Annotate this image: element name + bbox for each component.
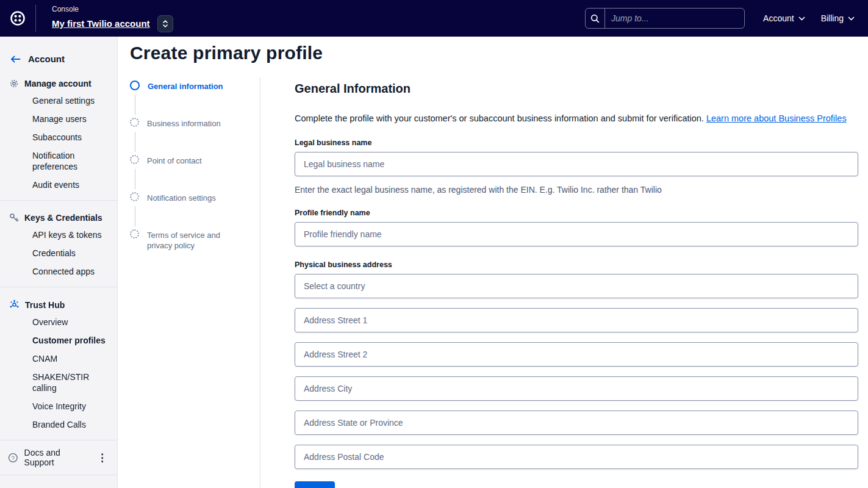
form-description-text: Complete the profile with your customer'…: [295, 113, 704, 123]
legal-business-name-label: Legal business name: [295, 138, 858, 147]
collapse-sidebar-icon[interactable]: «: [102, 485, 109, 488]
sidebar-section-manage-account[interactable]: Manage account: [0, 71, 117, 92]
sidebar-item-voice-integrity[interactable]: Voice Integrity: [0, 397, 117, 415]
step-circle: [130, 118, 139, 127]
profile-friendly-name-input[interactable]: [295, 222, 858, 246]
sidebar-item-manage-users[interactable]: Manage users: [0, 110, 117, 128]
sidebar-item-credentials[interactable]: Credentials: [0, 244, 117, 262]
step-notification-settings[interactable]: Notification settings: [130, 192, 260, 203]
main-content: Create primary profile General informati…: [118, 37, 868, 488]
docs-and-support-label: Docs and Support: [24, 448, 91, 467]
content-layout: General information Business information…: [130, 77, 868, 488]
navbar-divider: [35, 5, 36, 32]
stepper: General information Business information…: [130, 77, 260, 488]
step-circle: [130, 192, 139, 201]
learn-more-link[interactable]: Learn more about Business Profiles: [706, 113, 847, 123]
form-heading: General Information: [295, 82, 858, 96]
step-point-of-contact[interactable]: Point of contact: [130, 155, 260, 166]
search-input[interactable]: [605, 13, 744, 23]
sidebar-collapse-row: «: [0, 475, 117, 488]
sidebar-item-branded-calls[interactable]: Branded Calls: [0, 415, 117, 434]
address-city-input[interactable]: [295, 376, 858, 401]
search-button[interactable]: [586, 9, 605, 28]
sidebar-item-connected-apps[interactable]: Connected apps: [0, 262, 117, 281]
sidebar-section-label: Keys & Credentials: [24, 213, 102, 223]
billing-menu-label: Billing: [821, 13, 844, 23]
sidebar-item-audit-events[interactable]: Audit events: [0, 176, 117, 194]
account-switcher-button[interactable]: [157, 15, 173, 32]
address-postal-code-input[interactable]: [295, 445, 858, 469]
chevron-down-icon: [798, 16, 805, 21]
twilio-logo[interactable]: [0, 9, 35, 27]
step-circle-active: [130, 81, 140, 90]
account-switcher-icon: [162, 20, 168, 28]
account-menu[interactable]: Account: [763, 13, 805, 23]
sidebar-item-general-settings[interactable]: General settings: [0, 92, 117, 110]
physical-business-address-label: Physical business address: [295, 260, 858, 269]
account-row: My first Twilio account: [52, 15, 173, 32]
gear-icon: [9, 79, 19, 88]
docs-and-support-link[interactable]: ? Docs and Support: [8, 448, 91, 467]
sidebar-section-trust-hub[interactable]: Trust Hub: [0, 292, 117, 313]
search-icon: [590, 14, 600, 23]
sidebar-back-account[interactable]: Account: [0, 37, 117, 71]
trust-hub-icon: [9, 300, 20, 310]
step-circle: [130, 229, 139, 239]
navbar-right: Account Billing: [585, 8, 868, 29]
sidebar-section-label: Trust Hub: [25, 300, 65, 310]
console-label: Console: [52, 5, 173, 13]
step-connector: [135, 206, 135, 226]
legal-business-name-input[interactable]: [295, 152, 858, 176]
legal-business-name-helper: Enter the exact legal business name, as …: [295, 185, 858, 195]
country-select[interactable]: [295, 274, 858, 298]
kebab-icon[interactable]: ⋮: [97, 451, 107, 464]
step-label: Terms of service and privacy policy: [147, 229, 240, 251]
step-general-information[interactable]: General information: [130, 81, 260, 92]
navbar-left: Console My first Twilio account: [0, 0, 173, 37]
sidebar-item-notification-preferences[interactable]: Notification preferences: [0, 146, 117, 176]
address-state-input[interactable]: [295, 411, 858, 435]
sidebar-item-api-keys-tokens[interactable]: API keys & tokens: [0, 226, 117, 244]
search-box: [585, 8, 745, 29]
account-menu-label: Account: [763, 13, 794, 23]
sidebar-footer: ? Docs and Support ⋮ «: [0, 434, 117, 488]
step-connector: [135, 95, 135, 115]
sidebar-divider: [0, 200, 117, 201]
step-label: Point of contact: [147, 155, 202, 166]
sidebar-item-shaken-stir-calling[interactable]: SHAKEN/STIR calling: [0, 368, 117, 397]
question-circle-icon: ?: [8, 453, 18, 463]
page-title: Create primary profile: [130, 43, 868, 63]
step-connector: [135, 132, 135, 152]
navbar-menus: Account Billing: [763, 13, 855, 23]
sidebar-item-customer-profiles[interactable]: Customer profiles: [0, 331, 117, 350]
step-label: Notification settings: [147, 192, 216, 203]
key-icon: [9, 213, 19, 223]
twilio-logo-icon: [9, 9, 27, 27]
step-business-information[interactable]: Business information: [130, 118, 260, 129]
sidebar-section-label: Manage account: [24, 79, 91, 88]
address-street2-input[interactable]: [295, 342, 858, 367]
step-label: General information: [148, 81, 223, 92]
back-arrow-icon: [10, 56, 21, 63]
account-block: Console My first Twilio account: [52, 5, 173, 32]
sidebar: Account Manage account General settings …: [0, 37, 118, 488]
step-terms-of-service[interactable]: Terms of service and privacy policy: [130, 229, 260, 251]
profile-friendly-name-label: Profile friendly name: [295, 209, 858, 217]
sidebar-item-subaccounts[interactable]: Subaccounts: [0, 128, 117, 146]
step-label: Business information: [147, 118, 221, 129]
top-navbar: Console My first Twilio account: [0, 0, 868, 37]
billing-menu[interactable]: Billing: [821, 13, 855, 23]
account-name-link[interactable]: My first Twilio account: [52, 18, 150, 29]
next-button[interactable]: Next: [295, 481, 335, 488]
address-street1-input[interactable]: [295, 308, 858, 332]
sidebar-item-overview[interactable]: Overview: [0, 313, 117, 331]
form-description: Complete the profile with your customer'…: [295, 112, 858, 124]
sidebar-divider: [0, 287, 117, 287]
step-circle: [130, 155, 139, 164]
sidebar-back-label: Account: [28, 54, 65, 64]
sidebar-section-keys-credentials[interactable]: Keys & Credentials: [0, 206, 117, 226]
step-connector: [135, 169, 135, 189]
form-panel: General Information Complete the profile…: [260, 77, 858, 488]
sidebar-item-cnam[interactable]: CNAM: [0, 350, 117, 368]
chevron-down-icon: [848, 16, 855, 21]
